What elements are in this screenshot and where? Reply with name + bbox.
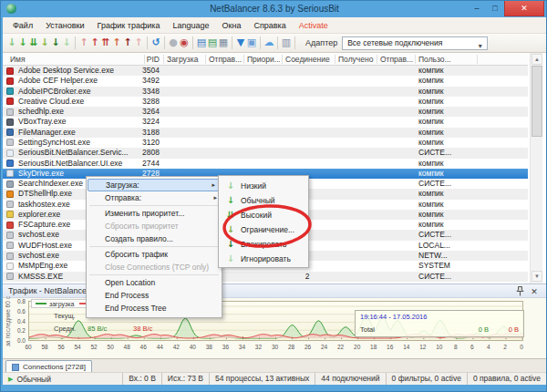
adapter-select[interactable]: Все сетевые подключения▼: [342, 36, 488, 50]
table-row[interactable]: SeriousBit.NetBalancer.Servic...2808СИСТ…: [3, 148, 528, 158]
process-user: SYSTEM: [418, 261, 473, 271]
y-tick-label: 0.4: [4, 318, 26, 325]
pause-icon[interactable]: ●: [168, 36, 179, 50]
submenu-item[interactable]: ↓Игнорировать: [219, 252, 308, 266]
context-menu-item[interactable]: End Process Tree: [87, 302, 222, 315]
upload-ignore-icon[interactable]: ↑: [133, 36, 144, 50]
chart-toggle-icon[interactable]: ▥: [281, 36, 292, 50]
rules-icon[interactable]: ▤: [196, 36, 207, 50]
context-menu-item[interactable]: Создать правило...: [87, 232, 222, 245]
connections-tab[interactable]: Connections [2728]: [5, 360, 92, 373]
context-menu-item[interactable]: Сбросить трафик: [87, 248, 222, 261]
submenu-item[interactable]: ↓Низкий: [219, 179, 308, 193]
menu-окна[interactable]: Окна: [216, 17, 248, 34]
minimize-button[interactable]: –: [468, 1, 486, 16]
process-icon: [6, 108, 14, 116]
filter-grid-icon[interactable]: ▦: [218, 36, 229, 50]
column-header-2[interactable]: Загрузка: [167, 53, 203, 66]
vertical-scrollbar[interactable]: ▲ ▼: [530, 53, 542, 284]
menu-language[interactable]: Language: [166, 17, 215, 34]
submenu-item[interactable]: ⇊Высокий: [219, 208, 308, 222]
menu-файл[interactable]: Файл: [6, 17, 39, 34]
table-row[interactable]: Adobe CEF Helper.exe3492компик: [3, 76, 528, 86]
x-tick-label: 8: [448, 344, 464, 350]
scrollbar-thumb[interactable]: [532, 66, 542, 137]
process-user: компик: [418, 128, 473, 138]
process-icon: [6, 222, 14, 229]
upload-block-icon[interactable]: ↑: [122, 36, 133, 50]
funnel-icon[interactable]: ▼: [235, 36, 246, 50]
submenu-item[interactable]: ↓Блокировать: [219, 237, 308, 252]
process-user: компик: [418, 189, 473, 199]
column-separator: [282, 55, 283, 64]
download-block-icon[interactable]: ↓: [50, 36, 61, 50]
table-row[interactable]: schedhlp.exe3264компик: [3, 107, 528, 117]
column-header-1[interactable]: PID: [119, 53, 160, 66]
download-high-icon[interactable]: ⇊: [28, 36, 39, 50]
reset-priority-icon[interactable]: ↺: [150, 36, 161, 50]
column-header-4[interactable]: Приори...: [247, 53, 280, 66]
column-separator: [335, 55, 335, 64]
upload-level-icon[interactable]: ↑: [111, 36, 122, 50]
play-icon: ▶: [8, 376, 13, 383]
table-row[interactable]: FileManager.exe3188компик: [3, 128, 528, 138]
process-icon: [6, 67, 14, 75]
priorities-icon[interactable]: ▤: [207, 36, 218, 50]
table-row[interactable]: Creative Cloud.exe3288компик: [3, 97, 528, 107]
upload-low-icon[interactable]: ↑: [78, 36, 89, 50]
traffic-panel-title: Трафик - NetBalancer: [8, 286, 89, 295]
table-row[interactable]: Adobe Desktop Service.exe3504компик: [3, 66, 528, 76]
process-pid: 3120: [119, 138, 160, 148]
column-separator: [144, 55, 145, 64]
column-header-5[interactable]: Соединение: [285, 53, 333, 66]
table-row[interactable]: SeriousBit.NetBalancer.UI.exe2744компик: [3, 159, 528, 169]
table-row[interactable]: AdobeIPCBroker.exe3348компик: [3, 87, 528, 97]
x-tick-label: 34: [233, 344, 250, 350]
menu-справка[interactable]: Справка: [247, 17, 292, 34]
upload-high-icon[interactable]: ⇈: [100, 36, 111, 50]
panel-close-icon[interactable]: ✕: [528, 286, 541, 297]
submenu-item[interactable]: ↓Ограничение...: [219, 222, 308, 237]
menu-график-трафика[interactable]: График трафика: [91, 17, 167, 34]
toolbar-separator: [75, 36, 76, 49]
upload-normal-icon[interactable]: ↑: [89, 36, 100, 50]
pin-icon[interactable]: [513, 286, 526, 297]
maximize-button[interactable]: □: [486, 1, 504, 16]
context-menu-item[interactable]: Изменить приоритет...: [87, 207, 222, 220]
context-menu-item[interactable]: Open Location: [87, 276, 222, 289]
menu-activate[interactable]: Activate: [293, 17, 335, 34]
column-header-3[interactable]: Отправ...: [209, 53, 242, 66]
column-header-7[interactable]: Отправ...: [380, 53, 413, 66]
average-upload-value: 38 В/с: [133, 325, 152, 333]
table-row[interactable]: VBoxTray.exe3224компик: [3, 117, 528, 127]
context-menu-item[interactable]: End Process: [87, 289, 222, 302]
column-header-8[interactable]: Пользо...: [418, 53, 457, 66]
process-user: компик: [418, 220, 473, 230]
download-level-icon[interactable]: ↓: [39, 36, 50, 50]
submenu-item[interactable]: ↓Обычный: [219, 193, 308, 208]
priority-arrow-icon: ↓: [224, 237, 237, 252]
record-icon[interactable]: ◉: [179, 36, 190, 50]
title-bar[interactable]: NetBalancer 8.6.3 by SeriousBit – □ ✕: [1, 1, 547, 17]
download-low-icon[interactable]: ↓: [6, 36, 17, 50]
download-ignore-icon[interactable]: ↓: [61, 36, 72, 50]
scroll-up-button[interactable]: ▲: [532, 54, 542, 65]
process-user: компик: [418, 107, 473, 117]
x-tick-label: 38: [201, 344, 217, 350]
x-tick-label: 26: [300, 344, 316, 350]
scroll-down-button[interactable]: ▼: [532, 271, 542, 282]
cloud-icon[interactable]: ☁: [263, 36, 274, 50]
download-normal-icon[interactable]: ↓: [17, 36, 28, 50]
toolbar-separator: [192, 36, 193, 49]
status-segment: 0 правила, 0 active: [467, 373, 546, 385]
context-menu-item[interactable]: Отправка:▸: [87, 191, 222, 204]
column-header-0[interactable]: Имя: [10, 53, 118, 66]
close-button[interactable]: ✕: [504, 1, 544, 16]
table-row[interactable]: SettingSyncHost.exe3120компик: [3, 138, 528, 148]
process-pid: 3492: [119, 76, 160, 86]
window-icon[interactable]: ▣: [246, 36, 257, 50]
table-row[interactable]: KMSSS.EXE2СИСТЕ...: [3, 272, 528, 282]
menu-установки[interactable]: Установки: [39, 17, 90, 34]
context-menu-item[interactable]: Загрузка:▸: [88, 179, 221, 191]
column-header-6[interactable]: Получено: [338, 53, 375, 66]
